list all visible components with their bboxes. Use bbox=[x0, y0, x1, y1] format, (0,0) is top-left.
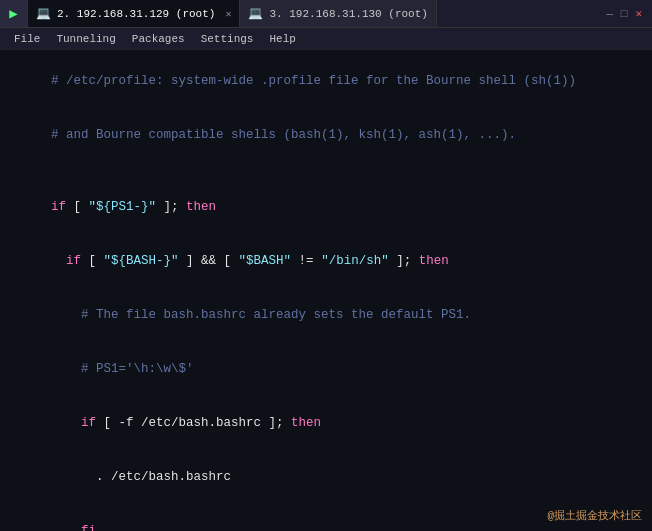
menu-tunneling[interactable]: Tunneling bbox=[48, 33, 123, 45]
tab-2-label: 3. 192.168.31.130 (root) bbox=[269, 8, 427, 20]
watermark: @掘土掘金技术社区 bbox=[547, 508, 642, 523]
tab-1-icon: 💻 bbox=[36, 6, 51, 21]
line-1: # /etc/profile: system-wide .profile fil… bbox=[6, 54, 646, 108]
line-6: # The file bash.bashrc already sets the … bbox=[6, 288, 646, 342]
line-8: if [ -f /etc/bash.bashrc ]; then bbox=[6, 396, 646, 450]
minimize-btn[interactable]: — bbox=[606, 8, 613, 20]
close-btn[interactable]: ✕ bbox=[635, 7, 642, 20]
tab-1-label: 2. 192.168.31.129 (root) bbox=[57, 8, 215, 20]
terminal-icon: ▶ bbox=[0, 0, 28, 27]
line-2: # and Bourne compatible shells (bash(1),… bbox=[6, 108, 646, 162]
terminal-window: ▶ 💻 2. 192.168.31.129 (root) ✕ 💻 3. 192.… bbox=[0, 0, 652, 531]
menu-help[interactable]: Help bbox=[261, 33, 303, 45]
tab-2-icon: 💻 bbox=[248, 6, 263, 21]
menu-bar: File Tunneling Packages Settings Help bbox=[0, 28, 652, 50]
tab-1-close[interactable]: ✕ bbox=[225, 8, 231, 20]
line-3 bbox=[6, 162, 646, 180]
maximize-btn[interactable]: □ bbox=[621, 8, 628, 20]
tab-spacer bbox=[437, 0, 596, 27]
menu-settings[interactable]: Settings bbox=[193, 33, 262, 45]
window-controls: — □ ✕ bbox=[596, 0, 652, 27]
tab-1[interactable]: 💻 2. 192.168.31.129 (root) ✕ bbox=[28, 0, 240, 27]
tab-2[interactable]: 💻 3. 192.168.31.130 (root) bbox=[240, 0, 436, 27]
tab-bar: ▶ 💻 2. 192.168.31.129 (root) ✕ 💻 3. 192.… bbox=[0, 0, 652, 28]
line-7: # PS1='\h:\w\$' bbox=[6, 342, 646, 396]
terminal-body[interactable]: # /etc/profile: system-wide .profile fil… bbox=[0, 50, 652, 531]
line-4: if [ "${PS1-}" ]; then bbox=[6, 180, 646, 234]
menu-packages[interactable]: Packages bbox=[124, 33, 193, 45]
line-5: if [ "${BASH-}" ] && [ "$BASH" != "/bin/… bbox=[6, 234, 646, 288]
line-9: . /etc/bash.bashrc bbox=[6, 450, 646, 504]
menu-file[interactable]: File bbox=[6, 33, 48, 45]
